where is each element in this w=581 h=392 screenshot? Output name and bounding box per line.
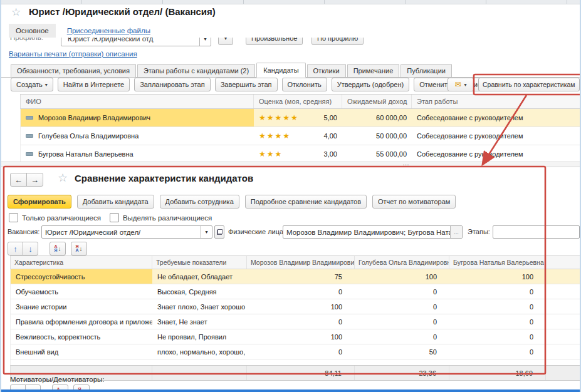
persons-field[interactable]: Морозов Владимир Владимирович; Бугрова Н… [283, 225, 463, 239]
find-internet-button[interactable]: Найти в Интернете [58, 78, 130, 91]
history-nav: ← → [10, 173, 43, 187]
plan-stage-button[interactable]: Запланировать этап [134, 78, 211, 91]
description-mode-button[interactable]: Произвольное [246, 38, 303, 45]
total-candidate-3: 18,69 [449, 366, 546, 380]
characteristic-row[interactable]: Обучаемость Высокая, Средняя 0 0 0 [10, 284, 581, 299]
forward-button[interactable]: → [26, 173, 43, 187]
comparison-list-tools: ↑ ↓ АЯ ↓ ЯА ↓ [8, 242, 87, 255]
list-row-icon [26, 116, 33, 120]
splitter-handle-icon: … [402, 159, 411, 167]
tab-stages[interactable]: Этапы работы с кандидатами (2) [137, 64, 255, 77]
move-up-icon: ↑ [13, 244, 18, 254]
back-button[interactable]: ← [10, 173, 27, 187]
vacancy-label: Вакансия: [8, 228, 39, 235]
finish-stage-button[interactable]: Завершить этап [215, 78, 278, 91]
tab-note[interactable]: Примечание [347, 64, 400, 77]
profile-label: Профиль: [10, 38, 43, 41]
column-header-fio[interactable]: ФИО [21, 95, 254, 108]
move-down-icon: ↓ [28, 244, 33, 254]
sort-desc-icon: ЯА [75, 245, 78, 253]
add-candidate-button[interactable]: Добавить кандидата [77, 195, 154, 209]
candidate-row[interactable]: Бугрова Наталья Валерьевна ★★★3,00 55 00… [20, 145, 581, 163]
list-row-icon [26, 152, 33, 156]
generate-button[interactable]: Сформировать [8, 195, 71, 209]
vacancy-field[interactable]: Юрист /Юридический отдел/ ▾ [41, 225, 212, 239]
candidate-row[interactable]: Голубева Ольга Владимировна ★★★★4,00 50 … [20, 127, 581, 145]
candidate-row[interactable]: Морозов Владимир Владимирович ★★★★★5,00 … [20, 109, 581, 127]
window-bottom-border [1, 389, 580, 392]
comparison-filters: Только различающиеся Выделять различающи… [9, 213, 212, 222]
tab-responses[interactable]: Отклики [307, 64, 346, 77]
total-candidate-1: 84,11 [247, 366, 355, 380]
column-header-characteristic[interactable]: Характеристика [11, 256, 152, 269]
column-header-candidate-1[interactable]: Морозов Владимир Владимирович [247, 256, 355, 269]
profile-extra-button[interactable]: ▾ [218, 38, 233, 45]
characteristic-row[interactable]: Знание истории Знает плохо, Знает хорошо… [10, 299, 581, 314]
highlight-different-checkbox[interactable]: Выделять различающиеся [110, 213, 212, 222]
column-header-candidate-3[interactable]: Бугрова Наталья Валерьевна [449, 256, 546, 269]
tab-publications[interactable]: Публикации [400, 64, 452, 77]
approve-button[interactable]: Утвердить (одобрен) [332, 78, 409, 91]
stages-label: Этапы: [468, 228, 490, 235]
form-nav: Основное Присоединенные файлы [9, 24, 150, 38]
email-button[interactable]: ✉ ▾ [448, 78, 474, 91]
star-rating-icon: ★★★ [259, 150, 283, 158]
characteristic-row[interactable]: Вежливость, корректность Не проявил, Про… [10, 329, 581, 344]
add-employee-button[interactable]: Добавить сотрудника [160, 195, 239, 209]
open-form-icon [217, 229, 222, 235]
chevron-down-icon[interactable]: ▾ [199, 38, 211, 46]
favorite-star-icon[interactable]: ☆ [11, 7, 21, 18]
motivators-report-button[interactable]: Отчет по мотиваторам [372, 195, 456, 209]
candidates-table-header: ФИО Оценка (моя, средняя) Ожидаемый дохо… [20, 95, 581, 109]
compare-by-characteristics-button[interactable]: Сравнить по характеристикам [478, 78, 580, 91]
column-header-income[interactable]: Ожидаемый доход [342, 95, 412, 108]
forward-icon: → [31, 175, 39, 185]
print-variants-link[interactable]: Варианты печати (отправки) описания [9, 50, 137, 58]
open-vacancy-button[interactable] [214, 225, 224, 239]
by-profile-button[interactable]: По профилю [311, 38, 364, 45]
star-rating-icon: ★★★★ [259, 132, 291, 140]
tab-duties[interactable]: Обязанности, требования, условия [11, 64, 136, 77]
clipped-profile-row: Профиль: Юрист /Юридический отд ▾ ▾ Прои… [1, 38, 580, 48]
only-different-checkbox[interactable]: Только различающиеся [9, 213, 101, 222]
profile-field[interactable]: Юрист /Юридический отд ▾ [61, 38, 211, 46]
chevron-down-icon: ▾ [224, 38, 227, 41]
nav-link-attached-files[interactable]: Присоединенные файлы [67, 27, 150, 34]
characteristic-row[interactable]: Внешний вид плохо, нормально, хорошо, от… [10, 344, 581, 359]
chevron-down-icon: ▾ [464, 82, 467, 88]
decline-button[interactable]: Отклонить [282, 78, 327, 91]
stages-field[interactable] [493, 225, 580, 239]
characteristic-row[interactable]: Стрессоустойчивость Не обладает, Обладае… [10, 269, 581, 284]
detailed-comparison-button[interactable]: Подробное сравнение кандидатов [245, 195, 367, 209]
back-icon: ← [14, 175, 23, 185]
app-window: ☆ Юрист /Юридический отдел/ (Вакансия) О… [0, 0, 581, 392]
column-header-stage[interactable]: Этап работы [412, 95, 580, 108]
envelope-icon: ✉ [454, 80, 461, 89]
sort-ascending-button[interactable]: АЯ ↓ [50, 242, 66, 255]
column-header-required[interactable]: Требуемые показатели [152, 256, 247, 269]
sort-descending-button[interactable]: ЯА ↓ [71, 242, 87, 255]
table-empty-space [10, 359, 581, 365]
pane-splitter[interactable]: … [1, 162, 580, 167]
candidates-toolbar: Создать▾ Найти в Интернете Запланировать… [11, 78, 487, 91]
column-header-candidate-2[interactable]: Голубева Ольга Владимировна [355, 256, 449, 269]
star-rating-icon: ★★★★★ [259, 113, 299, 122]
create-button[interactable]: Создать▾ [11, 78, 53, 91]
column-header-score[interactable]: Оценка (моя, средняя) [254, 95, 342, 108]
comparison-table: Характеристика Требуемые показатели Моро… [10, 255, 581, 381]
move-down-button[interactable]: ↓ [23, 242, 38, 255]
column-header-empty [546, 256, 580, 269]
comparison-toolbar: Сформировать Добавить кандидата Добавить… [8, 195, 456, 209]
sort-asc-icon: АЯ [54, 245, 57, 253]
nav-tab-main[interactable]: Основное [9, 24, 56, 38]
tab-strip: Обязанности, требования, условия Этапы р… [1, 62, 580, 78]
favorite-star-icon[interactable]: ☆ [58, 172, 68, 185]
comparison-table-header: Характеристика Требуемые показатели Моро… [10, 256, 581, 269]
tab-candidates[interactable]: Кандидаты [256, 63, 305, 78]
ellipsis-button[interactable]: ... [450, 226, 462, 238]
characteristic-row[interactable]: Правила оформления договора и приложений… [10, 314, 581, 329]
persons-label: Физические лица: [228, 228, 285, 235]
move-up-button[interactable]: ↑ [8, 242, 23, 255]
chevron-down-icon[interactable]: ▾ [201, 226, 212, 238]
clipped-top-toolbar [1, 0, 580, 4]
